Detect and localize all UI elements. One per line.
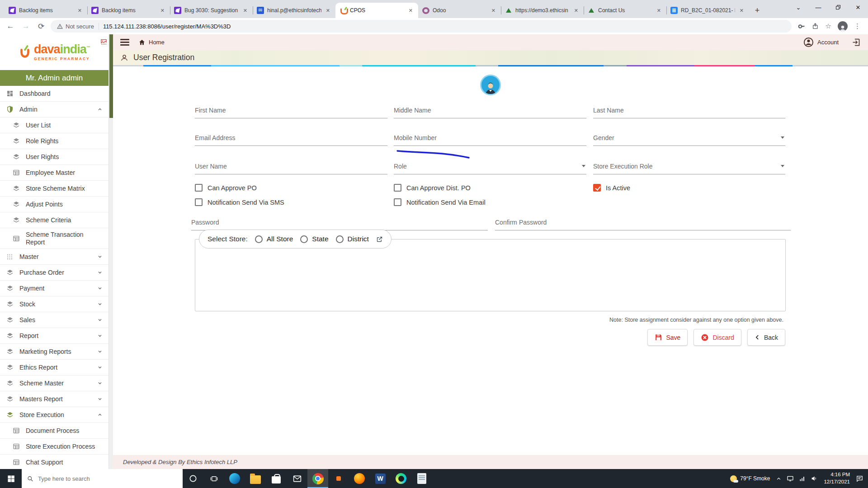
- browser-tab[interactable]: hinal.p@ethicsinfotech ✕: [253, 3, 335, 18]
- browser-tab[interactable]: https://demo3.ethicsin ✕: [501, 3, 584, 18]
- tab-close-icon[interactable]: ✕: [573, 7, 580, 14]
- tab-close-icon[interactable]: ✕: [407, 7, 414, 14]
- browser-tab[interactable]: Contact Us ✕: [584, 3, 666, 18]
- district-radio[interactable]: District: [336, 235, 369, 243]
- file-explorer-icon[interactable]: [245, 469, 266, 488]
- can-approve-po-checkbox[interactable]: Can Approve PO: [195, 184, 257, 192]
- checkbox-icon[interactable]: [394, 184, 401, 192]
- logout-icon[interactable]: [851, 38, 861, 47]
- bookmark-star-icon[interactable]: ☆: [826, 22, 831, 30]
- chrome-icon[interactable]: [307, 469, 328, 488]
- checkbox-checked-icon[interactable]: [593, 184, 601, 192]
- display-icon[interactable]: [787, 475, 794, 482]
- user-name-field[interactable]: User Name: [195, 163, 387, 174]
- sidebar-item-master[interactable]: Master: [0, 249, 108, 265]
- security-label[interactable]: Not secure: [57, 23, 99, 30]
- window-close-button[interactable]: ✕: [848, 0, 868, 14]
- start-button[interactable]: [0, 469, 22, 488]
- sidebar-item-payment[interactable]: Payment: [0, 281, 108, 296]
- notification-sms-checkbox[interactable]: Notification Send Via SMS: [195, 198, 284, 206]
- browser-tab-active[interactable]: CPOS ✕: [335, 3, 418, 18]
- store-execution-role-select[interactable]: Store Execution Role: [593, 163, 785, 174]
- sidebar-item-stock[interactable]: Stock: [0, 296, 108, 312]
- password-field[interactable]: Password: [191, 219, 488, 230]
- search-input[interactable]: [38, 475, 177, 482]
- cortana-icon[interactable]: [183, 469, 203, 488]
- checkbox-icon[interactable]: [195, 198, 203, 206]
- nox-app-icon[interactable]: [328, 469, 349, 488]
- browser-tab[interactable]: Backlog items ✕: [5, 3, 87, 18]
- confirm-password-field[interactable]: Confirm Password: [495, 219, 791, 230]
- action-center-icon[interactable]: [856, 475, 863, 483]
- middle-name-field[interactable]: Middle Name: [394, 107, 586, 118]
- window-restore-button[interactable]: [828, 0, 848, 14]
- taskbar-search[interactable]: [22, 469, 183, 488]
- last-name-field[interactable]: Last Name: [593, 107, 785, 118]
- notepad-icon[interactable]: [411, 469, 432, 488]
- sidebar-item-document-process[interactable]: Document Process: [0, 423, 108, 439]
- sidebar-item-sales[interactable]: Sales: [0, 312, 108, 328]
- sidebar-item-ethics-report[interactable]: Ethics Report: [0, 360, 108, 375]
- radio-icon[interactable]: [255, 235, 263, 243]
- window-menu-chevron-icon[interactable]: ⌄: [788, 0, 808, 14]
- network-icon[interactable]: [799, 475, 806, 482]
- sidebar-item-user-list[interactable]: User List: [0, 117, 108, 133]
- forward-nav-icon[interactable]: →: [20, 22, 32, 31]
- tab-close-icon[interactable]: ✕: [490, 7, 497, 14]
- new-tab-button[interactable]: +: [751, 4, 764, 17]
- sidebar-item-store-execution[interactable]: Store Execution: [0, 407, 108, 423]
- checkbox-icon[interactable]: [195, 184, 203, 192]
- microsoft-store-icon[interactable]: [266, 469, 287, 488]
- open-external-icon[interactable]: [376, 236, 383, 243]
- browser-tab[interactable]: RD_B2C_01-082021- B ✕: [666, 3, 749, 18]
- profile-avatar[interactable]: [838, 21, 848, 31]
- sidebar-item-admin[interactable]: Admin: [0, 102, 108, 117]
- sidebar-item-masters-report[interactable]: Masters Report: [0, 391, 108, 407]
- discard-button[interactable]: Discard: [693, 329, 741, 346]
- window-minimize-button[interactable]: —: [808, 0, 828, 14]
- address-bar[interactable]: Not secure 115.124.111.238:8086/user/reg…: [51, 20, 792, 33]
- taskbar-clock[interactable]: 4:16 PM 12/17/2021: [824, 471, 850, 485]
- state-radio[interactable]: State: [300, 235, 328, 243]
- role-select[interactable]: Role: [394, 163, 586, 174]
- sidebar-item-store-execution-process[interactable]: Store Execution Process: [0, 439, 108, 455]
- tab-close-icon[interactable]: ✕: [656, 7, 662, 14]
- back-button[interactable]: Back: [747, 329, 785, 346]
- share-icon[interactable]: [812, 23, 819, 30]
- checkbox-icon[interactable]: [394, 198, 401, 206]
- firefox-icon[interactable]: [349, 469, 370, 488]
- home-link[interactable]: Home: [138, 39, 165, 46]
- sidebar-item-purchase-order[interactable]: Purchase Order: [0, 265, 108, 281]
- sidebar-item-store-scheme-matrix[interactable]: Store Scheme Matrix: [0, 181, 108, 197]
- tab-close-icon[interactable]: ✕: [325, 7, 331, 14]
- tab-close-icon[interactable]: ✕: [242, 7, 249, 14]
- is-active-checkbox[interactable]: Is Active: [593, 184, 630, 192]
- radio-icon[interactable]: [336, 235, 344, 243]
- sidebar-item-scheme-criteria[interactable]: Scheme Criteria: [0, 212, 108, 228]
- save-button[interactable]: Save: [647, 329, 688, 346]
- task-view-icon[interactable]: [203, 469, 224, 488]
- email-field[interactable]: Email Address: [195, 134, 387, 146]
- sidebar-item-dashboard[interactable]: Dashboard: [0, 86, 108, 102]
- sidebar-item-user-rights[interactable]: User Rights: [0, 149, 108, 165]
- sidebar-item-scheme-master[interactable]: Scheme Master: [0, 375, 108, 391]
- weather-widget[interactable]: 79°F Smoke: [730, 475, 770, 482]
- tab-close-icon[interactable]: ✕: [159, 7, 166, 14]
- pycharm-icon[interactable]: [391, 469, 411, 488]
- word-icon[interactable]: W: [370, 469, 391, 488]
- back-nav-icon[interactable]: ←: [5, 22, 16, 31]
- sidebar-item-chat-support[interactable]: Chat Support: [0, 455, 108, 469]
- sidebar-item-marketing-reports[interactable]: Marketing Reports: [0, 344, 108, 360]
- hamburger-menu-icon[interactable]: [120, 39, 129, 46]
- browser-tab[interactable]: Bug 3030: Suggestion ✕: [170, 3, 253, 18]
- browser-tab[interactable]: Odoo ✕: [418, 3, 501, 18]
- refresh-icon[interactable]: ⟳: [35, 22, 47, 31]
- sidebar-item-scheme-transaction-report[interactable]: Scheme Transaction Report: [0, 228, 108, 249]
- sidebar-scrollbar[interactable]: [108, 34, 113, 469]
- mobile-number-field[interactable]: Mobile Number: [394, 134, 586, 146]
- tray-chevron-up-icon[interactable]: [776, 476, 782, 482]
- all-store-radio[interactable]: All Store: [255, 235, 293, 243]
- gender-select[interactable]: Gender: [593, 134, 785, 146]
- edge-icon[interactable]: [224, 469, 245, 488]
- profile-photo-placeholder[interactable]: [480, 75, 501, 95]
